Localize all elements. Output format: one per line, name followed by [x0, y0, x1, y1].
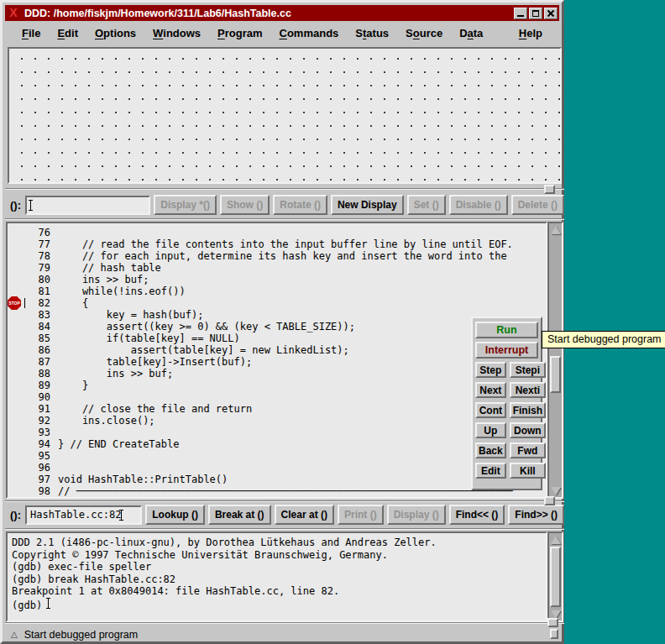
find-backward-button[interactable]: Find<< (): [449, 505, 505, 525]
scroll-up-icon[interactable]: [550, 534, 561, 545]
console-line: Breakpoint 1 at 0x8049014: file HashTabl…: [12, 585, 542, 598]
source-line: 90: [8, 391, 546, 403]
menu-source[interactable]: Source: [397, 24, 451, 42]
step-button[interactable]: Step: [475, 362, 506, 378]
interrupt-button[interactable]: Interrupt: [475, 342, 538, 359]
find-forward-button[interactable]: Find>> (): [508, 505, 564, 525]
close-button[interactable]: [544, 8, 558, 19]
data-display-pane: [6, 45, 563, 186]
nexti-button[interactable]: Nexti: [510, 382, 546, 398]
source-line: 84 assert((key >= 0) && (key < TABLE_SIZ…: [8, 321, 546, 332]
print-button[interactable]: Print (): [338, 505, 384, 525]
scroll-down-icon[interactable]: [550, 485, 561, 496]
source-line: 81 while(!ins.eof()): [8, 285, 546, 297]
menu-help[interactable]: Help: [511, 24, 551, 42]
breakpoint-stop-icon[interactable]: STOP: [8, 296, 21, 310]
next-button[interactable]: Next: [475, 382, 506, 398]
gdb-console-pane: DDD 2.1 (i486-pc-linux-gnu), by Dorothea…: [6, 531, 563, 622]
delete-button[interactable]: Delete (): [511, 195, 564, 215]
menu-bar: File Edit Options Windows Program Comman…: [5, 21, 559, 45]
display-arg-input[interactable]: [25, 196, 150, 215]
source-line: 85 if(table[key] == NULL): [8, 332, 546, 344]
finish-button[interactable]: Finish: [510, 402, 546, 418]
console-line: DDD 2.1 (i486-pc-linux-gnu), by Dorothea…: [12, 537, 542, 549]
source-line: 83 key = hash(buf);: [8, 309, 546, 321]
up-button[interactable]: Up: [475, 422, 506, 438]
source-line: 89 }: [8, 380, 546, 391]
data-display-canvas[interactable]: [8, 47, 562, 184]
menu-program[interactable]: Program: [209, 24, 270, 42]
menu-data[interactable]: Data: [451, 24, 491, 42]
title-bar[interactable]: X DDD: /home/fiskjm/Homework/311/Lab6/Ha…: [5, 5, 559, 21]
down-button[interactable]: Down: [510, 422, 546, 438]
gdb-console[interactable]: DDD 2.1 (i486-pc-linux-gnu), by Dorothea…: [6, 531, 547, 622]
source-line: 94} // END CreateTable: [8, 438, 546, 450]
cont-button[interactable]: Cont: [475, 402, 506, 418]
menu-commands[interactable]: Commands: [271, 24, 348, 42]
source-line: 91 // close the file and return: [8, 403, 546, 415]
pane-separator: [5, 218, 564, 220]
break-at-button[interactable]: Break at (): [208, 505, 271, 525]
source-argument-row: (): HashTable.cc:82 Lookup () Break at (…: [5, 503, 564, 526]
kill-button[interactable]: Kill: [510, 463, 546, 479]
menu-options[interactable]: Options: [86, 24, 144, 42]
menu-edit[interactable]: Edit: [49, 24, 86, 42]
gdb-prompt-line: (gdb): [12, 598, 542, 610]
menu-file[interactable]: File: [13, 24, 49, 42]
minimize-button[interactable]: [514, 8, 527, 19]
pane-sash-handle[interactable]: [544, 185, 555, 194]
pane-sash-handle[interactable]: [544, 496, 555, 505]
back-button[interactable]: Back: [475, 442, 506, 458]
console-scrollbar[interactable]: [547, 531, 563, 622]
arg-label: ():: [10, 509, 21, 521]
pane-separator: [5, 188, 564, 190]
ddd-logo-icon: X: [7, 8, 20, 19]
scroll-up-icon[interactable]: [550, 224, 561, 235]
source-line: 77 // read the file contents into the in…: [8, 238, 546, 250]
new-display-button[interactable]: New Display: [331, 195, 404, 215]
menu-status[interactable]: Status: [347, 24, 397, 42]
display-argument-row: (): Display *() Show () Rotate () New Di…: [5, 193, 564, 217]
pane-separator: [5, 622, 564, 624]
source-scrollbar[interactable]: [547, 222, 563, 499]
source-line: 78 // for each input, determine its hash…: [8, 250, 546, 262]
source-code-view[interactable]: 76 77 // read the file contents into the…: [6, 222, 547, 499]
run-button[interactable]: Run: [475, 322, 538, 338]
pane-separator: [5, 500, 564, 502]
pane-separator: [5, 528, 564, 530]
pane-sash-handle[interactable]: [550, 629, 558, 639]
display-button-2[interactable]: Display (): [387, 505, 446, 525]
menu-windows[interactable]: Windows: [144, 24, 209, 42]
disable-button[interactable]: Disable (): [449, 195, 508, 215]
source-scrollbar-thumb[interactable]: [550, 356, 561, 393]
text-caret: [30, 200, 31, 211]
minimize-icon: [517, 15, 524, 17]
fwd-button[interactable]: Fwd: [510, 442, 546, 458]
console-line: (gdb) exec-file speller: [12, 561, 542, 573]
rotate-button[interactable]: Rotate (): [273, 195, 327, 215]
source-line: 87 table[key]->Insert(buf);: [8, 356, 546, 368]
set-button[interactable]: Set (): [407, 195, 446, 215]
stepi-button[interactable]: Stepi: [510, 362, 546, 378]
show-button[interactable]: Show (): [220, 195, 270, 215]
status-bar: △ Start debugged program: [5, 625, 564, 644]
source-arg-input[interactable]: HashTable.cc:82: [25, 505, 142, 525]
pane-sash-handle[interactable]: [547, 618, 558, 627]
console-scrollbar-thumb[interactable]: [550, 547, 561, 607]
console-caret: [48, 598, 49, 609]
lookup-button[interactable]: Lookup (): [145, 505, 205, 525]
display-button[interactable]: Display *(): [154, 195, 217, 215]
run-button-tooltip: Start debugged program: [542, 331, 665, 348]
source-line: 86 assert(table[key] = new LinkedList);: [8, 344, 546, 356]
maximize-button[interactable]: [529, 8, 542, 19]
source-line: 92 ins.close();: [8, 415, 546, 427]
status-activity-icon: △: [11, 630, 18, 639]
arg-label: ():: [10, 199, 21, 212]
source-line: 95: [8, 450, 546, 462]
clear-at-button[interactable]: Clear at (): [275, 505, 334, 525]
console-line: Copyright © 1997 Technische Universität …: [12, 549, 542, 562]
command-tool-panel: Run Interrupt Step Stepi Next Nexti Cont…: [471, 317, 542, 490]
source-line: 80 ins >> buf;: [8, 274, 546, 285]
edit-button[interactable]: Edit: [475, 463, 506, 479]
status-message: Start debugged program: [24, 629, 139, 641]
